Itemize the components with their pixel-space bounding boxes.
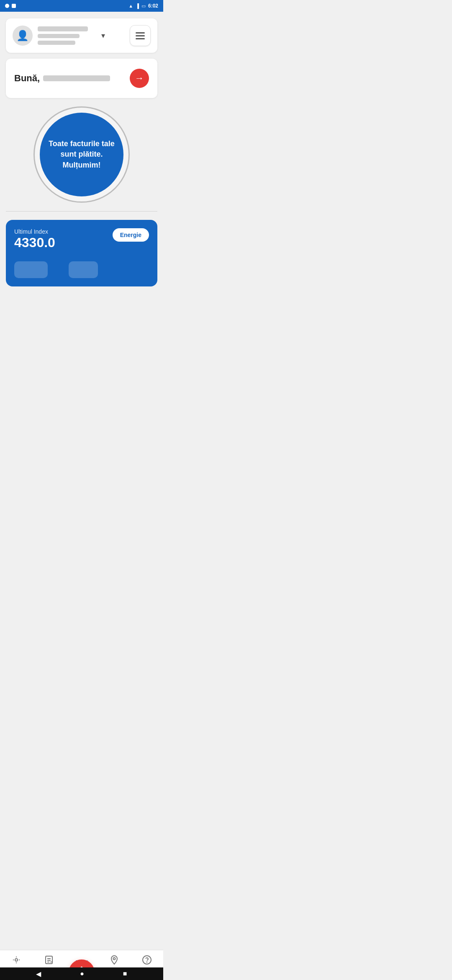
index-placeholder-1 — [14, 261, 48, 278]
avatar[interactable]: 👤 — [13, 26, 33, 46]
greeting-text: Bună, — [14, 73, 110, 84]
status-time: 6:02 — [148, 3, 158, 9]
greeting-arrow-button[interactable]: → — [130, 69, 149, 88]
index-value: 4330.0 — [14, 235, 55, 250]
account-info-lines — [38, 26, 88, 45]
energie-badge[interactable]: Energie — [113, 228, 149, 242]
main-content: 👤 ▾ Bună, → — [0, 12, 163, 328]
menu-button[interactable] — [130, 25, 151, 46]
battery-icon: ▭ — [141, 3, 146, 9]
account-dropdown-button[interactable]: ▾ — [96, 29, 110, 42]
greeting-card: Bună, → — [6, 59, 157, 98]
bills-status-text: Toate facturile tale sunt plătite. Mulțu… — [48, 139, 115, 170]
index-info: Ultimul Index 4330.0 — [14, 228, 55, 257]
index-card-top: Ultimul Index 4330.0 Energie — [14, 228, 149, 257]
arrow-right-icon: → — [135, 73, 144, 84]
index-card[interactable]: Ultimul Index 4330.0 Energie — [6, 220, 157, 286]
signal-icon: ▐ — [136, 3, 139, 8]
hamburger-icon — [136, 32, 145, 39]
inner-circle: Toate facturile tale sunt plătite. Mulțu… — [40, 113, 123, 196]
account-line-1 — [38, 26, 88, 31]
index-label: Ultimul Index — [14, 228, 55, 235]
hamburger-line-1 — [136, 32, 145, 34]
hamburger-line-3 — [136, 38, 145, 39]
bills-status-section: Toate facturile tale sunt plătite. Mulțu… — [6, 106, 157, 203]
outer-circle: Toate facturile tale sunt plătite. Mulțu… — [33, 106, 130, 203]
chevron-down-icon: ▾ — [101, 31, 105, 40]
status-bar-right: ▲ ▐ ▭ 6:02 — [128, 3, 158, 9]
status-dot — [5, 4, 9, 8]
account-card: 👤 ▾ — [6, 18, 157, 53]
status-bar-left — [5, 4, 16, 8]
hamburger-line-2 — [136, 35, 145, 36]
greeting-name-placeholder — [43, 75, 110, 81]
divider — [6, 211, 157, 211]
status-notification — [12, 4, 16, 8]
index-card-bottom — [14, 261, 149, 278]
account-card-left: 👤 ▾ — [13, 26, 110, 46]
index-placeholder-2 — [69, 261, 98, 278]
account-line-2 — [38, 34, 80, 38]
user-icon: 👤 — [16, 30, 29, 41]
status-bar: ▲ ▐ ▭ 6:02 — [0, 0, 163, 12]
greeting-label: Bună, — [14, 73, 40, 84]
account-line-3 — [38, 41, 75, 45]
wifi-icon: ▲ — [128, 3, 133, 8]
